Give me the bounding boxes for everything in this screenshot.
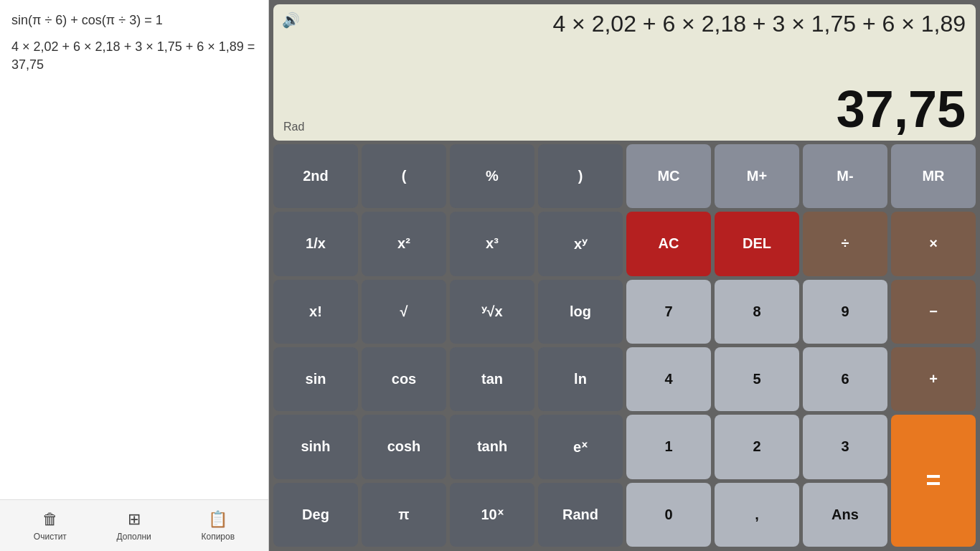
history-item: sin(π ÷ 6) + cos(π ÷ 3) = 1 — [11, 11, 257, 29]
display-result: 37,75 — [283, 83, 966, 135]
bottom-toolbar: 🗑Очистит⊞Дополни📋Копиров — [0, 499, 268, 551]
btn-pct[interactable]: % — [450, 144, 534, 208]
btn-lp[interactable]: ( — [362, 144, 446, 208]
history-item: 4 × 2,02 + 6 × 2,18 + 3 × 1,75 + 6 × 1,8… — [11, 38, 257, 74]
copy-icon: 📋 — [208, 510, 227, 529]
clear-icon: 🗑 — [42, 510, 58, 529]
btn-x2[interactable]: x² — [362, 212, 446, 276]
btn-sin[interactable]: sin — [273, 347, 358, 411]
btn-del[interactable]: DEL — [715, 212, 799, 276]
btn-pi[interactable]: π — [362, 483, 446, 547]
btn-tanh[interactable]: tanh — [450, 415, 534, 479]
btn-10x[interactable]: 10ˣ — [450, 483, 534, 547]
btn-tan[interactable]: tan — [450, 347, 534, 411]
btn-sinh[interactable]: sinh — [273, 415, 358, 479]
btn-ln[interactable]: ln — [538, 347, 623, 411]
btn-x3[interactable]: x³ — [450, 212, 534, 276]
display-mode: Rad — [283, 121, 304, 133]
calculator-panel: 🔊 4 × 2,02 + 6 × 2,18 + 3 × 1,75 + 6 × 1… — [269, 0, 980, 551]
btn-mc[interactable]: MC — [626, 144, 711, 208]
btn-n1[interactable]: 1 — [626, 415, 711, 479]
btn-fact[interactable]: x! — [273, 280, 358, 344]
btn-div[interactable]: ÷ — [803, 212, 887, 276]
btn-rand[interactable]: Rand — [538, 483, 623, 547]
toolbar-btn-addons[interactable]: ⊞Дополни — [117, 510, 151, 542]
btn-deg[interactable]: Deg — [273, 483, 358, 547]
btn-n2[interactable]: 2 — [715, 415, 799, 479]
btn-n3[interactable]: 3 — [803, 415, 887, 479]
btn-n8[interactable]: 8 — [715, 280, 799, 344]
btn-n5[interactable]: 5 — [715, 347, 799, 411]
btn-mplus[interactable]: M+ — [715, 144, 799, 208]
btn-cos[interactable]: cos — [362, 347, 446, 411]
btn-plus[interactable]: + — [891, 347, 976, 411]
toolbar-btn-clear[interactable]: 🗑Очистит — [34, 510, 67, 542]
left-panel: sin(π ÷ 6) + cos(π ÷ 3) = 14 × 2,02 + 6 … — [0, 0, 269, 551]
addons-icon: ⊞ — [128, 510, 141, 529]
btn-n9[interactable]: 9 — [803, 280, 887, 344]
btn-minus[interactable]: − — [891, 280, 976, 344]
history-area: sin(π ÷ 6) + cos(π ÷ 3) = 14 × 2,02 + 6 … — [0, 0, 268, 499]
btn-2nd[interactable]: 2nd — [273, 144, 358, 208]
btn-yroot[interactable]: ʸ√x — [450, 280, 534, 344]
btn-mul[interactable]: × — [891, 212, 976, 276]
btn-rp[interactable]: ) — [538, 144, 623, 208]
btn-mr[interactable]: MR — [891, 144, 976, 208]
addons-label: Дополни — [117, 532, 151, 542]
btn-mminus[interactable]: M- — [803, 144, 887, 208]
btn-comma[interactable]: , — [715, 483, 799, 547]
btn-n4[interactable]: 4 — [626, 347, 711, 411]
btn-cosh[interactable]: cosh — [362, 415, 446, 479]
btn-ex[interactable]: eˣ — [538, 415, 623, 479]
btn-xy[interactable]: xʸ — [538, 212, 623, 276]
btn-equal[interactable]: = — [891, 415, 976, 547]
btn-sqrt[interactable]: √ — [362, 280, 446, 344]
clear-label: Очистит — [34, 532, 67, 542]
toolbar-btn-copy[interactable]: 📋Копиров — [202, 510, 235, 542]
speaker-icon[interactable]: 🔊 — [282, 11, 300, 29]
btn-log[interactable]: log — [538, 280, 623, 344]
button-grid: 2nd(%)MCM+M-MR1/xx²x³xʸACDEL÷×x!√ʸ√xlog7… — [273, 144, 976, 547]
calc-display: 🔊 4 × 2,02 + 6 × 2,18 + 3 × 1,75 + 6 × 1… — [273, 4, 976, 141]
btn-ac[interactable]: AC — [626, 212, 711, 276]
btn-inv[interactable]: 1/x — [273, 212, 358, 276]
btn-n6[interactable]: 6 — [803, 347, 887, 411]
btn-n7[interactable]: 7 — [626, 280, 711, 344]
copy-label: Копиров — [202, 532, 235, 542]
btn-ans[interactable]: Ans — [803, 483, 887, 547]
btn-n0[interactable]: 0 — [626, 483, 711, 547]
display-expression: 4 × 2,02 + 6 × 2,18 + 3 × 1,75 + 6 × 1,8… — [283, 10, 966, 37]
